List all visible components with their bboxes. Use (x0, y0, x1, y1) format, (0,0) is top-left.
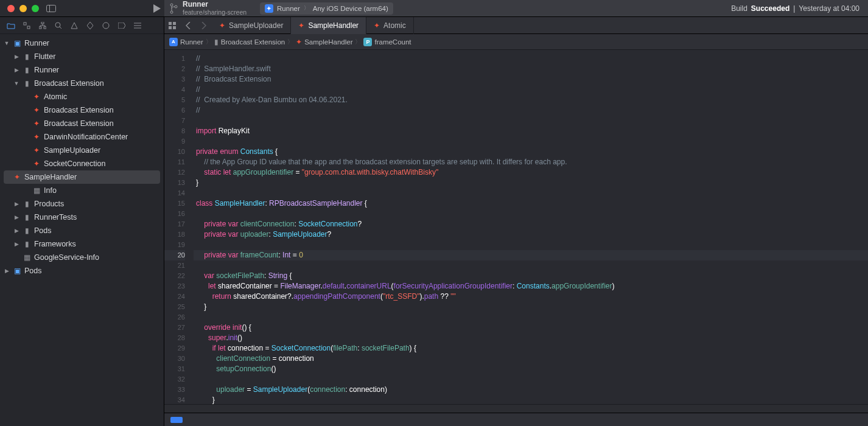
code-line[interactable] (194, 136, 868, 147)
tree-node[interactable]: ▶▮Runner (0, 63, 164, 77)
symbol-navigator-tab[interactable] (38, 21, 47, 30)
tree-node[interactable]: ▼▣Runner (0, 37, 164, 50)
jumpbar-file[interactable]: ✦SampleHandler (296, 38, 352, 46)
line-number[interactable]: 4 (164, 85, 185, 95)
line-number[interactable]: 23 (164, 281, 185, 292)
code-line[interactable]: override init() { (194, 323, 868, 333)
tree-node[interactable]: ▦Info (0, 184, 164, 197)
line-number[interactable]: 9 (164, 136, 185, 147)
line-number[interactable]: 30 (164, 354, 185, 364)
code-line[interactable]: clientConnection = connection (194, 354, 868, 364)
line-number[interactable]: 25 (164, 302, 185, 312)
disclosure-triangle-icon[interactable]: ▶ (13, 201, 19, 207)
line-number[interactable]: 19 (164, 240, 185, 250)
line-number[interactable]: 7 (164, 116, 185, 126)
editor-tab[interactable]: ✦SampleUploader (212, 17, 291, 34)
tree-node[interactable]: ▶▮Flutter (0, 50, 164, 63)
tree-node[interactable]: ▶▮Pods (0, 224, 164, 237)
tree-node[interactable]: ✦Broadcast Extension (0, 117, 164, 130)
code-line[interactable]: return sharedContainer?.appendingPathCom… (194, 292, 868, 302)
code-line[interactable]: import ReplayKit (194, 126, 868, 136)
project-navigator-tab[interactable] (6, 21, 16, 30)
report-navigator-tab[interactable] (133, 21, 142, 30)
disclosure-triangle-icon[interactable]: ▼ (4, 40, 10, 46)
jumpbar-project[interactable]: ARunner (169, 38, 203, 46)
line-number[interactable]: 13 (164, 178, 185, 188)
code-line[interactable]: // (194, 54, 868, 64)
debug-bar[interactable] (164, 413, 868, 426)
zoom-window-button[interactable] (32, 5, 39, 12)
disclosure-triangle-icon[interactable]: ▶ (13, 214, 19, 220)
code-line[interactable] (194, 209, 868, 219)
disclosure-triangle-icon[interactable]: ▶ (13, 228, 19, 234)
run-button[interactable] (150, 1, 164, 16)
code-line[interactable]: var socketFilePath: String { (194, 271, 868, 281)
code-line[interactable]: // Created by Alex-Dan Bumbu on 04.06.20… (194, 95, 868, 105)
code-line[interactable] (194, 188, 868, 198)
disclosure-triangle-icon[interactable]: ▼ (13, 80, 19, 86)
line-number[interactable]: 24 (164, 292, 185, 302)
line-number[interactable]: 5 (164, 95, 185, 105)
disclosure-triangle-icon[interactable]: ▶ (13, 54, 19, 60)
tree-node[interactable]: ✦Atomic (0, 90, 164, 103)
code-line[interactable]: let sharedContainer = FileManager.defaul… (194, 281, 868, 292)
jump-bar[interactable]: ARunner 〉 ▮Broadcast Extension 〉 ✦Sample… (164, 34, 868, 50)
related-items-button[interactable] (164, 18, 180, 33)
line-number[interactable]: 11 (164, 157, 185, 167)
line-number[interactable]: 2 (164, 64, 185, 74)
code-line[interactable]: // (194, 85, 868, 95)
close-window-button[interactable] (7, 5, 15, 12)
horizontal-scrollbar[interactable] (164, 404, 868, 413)
code-line[interactable] (194, 260, 868, 271)
code-line[interactable]: // Broadcast Extension (194, 74, 868, 85)
tree-node[interactable]: ▦GoogleService-Info (0, 251, 164, 264)
tree-node[interactable]: ✦SampleUploader (0, 144, 164, 157)
line-number[interactable]: 28 (164, 333, 185, 343)
code-line[interactable]: static let appGroupIdentifier = "group.c… (194, 167, 868, 178)
test-navigator-tab[interactable] (85, 21, 95, 30)
scheme-selector[interactable]: ✦ Runner 〉 Any iOS Device (arm64) (260, 2, 393, 15)
editor-tab[interactable]: ✦SampleHandler (291, 17, 366, 34)
line-number[interactable]: 27 (164, 323, 185, 333)
code-line[interactable] (194, 116, 868, 126)
line-number[interactable]: 1 (164, 54, 185, 64)
tree-node[interactable]: ▶▮RunnerTests (0, 211, 164, 224)
line-number[interactable]: 16 (164, 209, 185, 219)
jumpbar-folder[interactable]: ▮Broadcast Extension (214, 38, 285, 46)
code-line[interactable]: // the App Group ID value that the app a… (194, 157, 868, 167)
line-number[interactable]: 17 (164, 219, 185, 229)
line-number[interactable]: 32 (164, 374, 185, 385)
code-line[interactable]: } (194, 302, 868, 312)
code-line[interactable]: } (194, 178, 868, 188)
line-number[interactable]: 33 (164, 385, 185, 395)
line-number[interactable]: 31 (164, 364, 185, 374)
editor-tab[interactable]: ✦Atomic (366, 17, 414, 34)
line-number[interactable]: 21 (164, 260, 185, 271)
line-number[interactable]: 18 (164, 229, 185, 240)
code-line[interactable]: } (194, 395, 868, 404)
code-line[interactable] (194, 374, 868, 385)
line-number[interactable]: 26 (164, 312, 185, 323)
code-line[interactable]: if let connection = SocketConnection(fil… (194, 343, 868, 354)
tree-node[interactable]: ✦Broadcast Extension (0, 103, 164, 117)
line-number[interactable]: 22 (164, 271, 185, 281)
debug-navigator-tab[interactable] (101, 21, 111, 30)
file-tree[interactable]: ▼▣Runner▶▮Flutter▶▮Runner▼▮Broadcast Ext… (0, 34, 164, 426)
tree-node[interactable]: ✦DarwinNotificationCenter (0, 130, 164, 144)
code-editor[interactable]: 1234567891011121314151617181920212223242… (164, 50, 868, 404)
line-number[interactable]: 10 (164, 147, 185, 157)
tree-node[interactable]: ▶▮Products (0, 197, 164, 211)
source-control-navigator-tab[interactable] (22, 21, 32, 30)
toggle-left-panel-button[interactable] (44, 1, 58, 16)
line-gutter[interactable]: 1234567891011121314151617181920212223242… (164, 50, 190, 404)
nav-forward-button[interactable] (196, 18, 212, 33)
line-number[interactable]: 20 (164, 250, 185, 260)
code-line[interactable]: super.init() (194, 333, 868, 343)
line-number[interactable]: 8 (164, 126, 185, 136)
code-line[interactable]: private var uploader: SampleUploader? (194, 229, 868, 240)
disclosure-triangle-icon[interactable]: ▶ (13, 67, 19, 73)
line-number[interactable]: 3 (164, 74, 185, 85)
breakpoint-navigator-tab[interactable] (117, 21, 127, 30)
line-number[interactable]: 34 (164, 395, 185, 404)
code-line[interactable]: // (194, 105, 868, 116)
